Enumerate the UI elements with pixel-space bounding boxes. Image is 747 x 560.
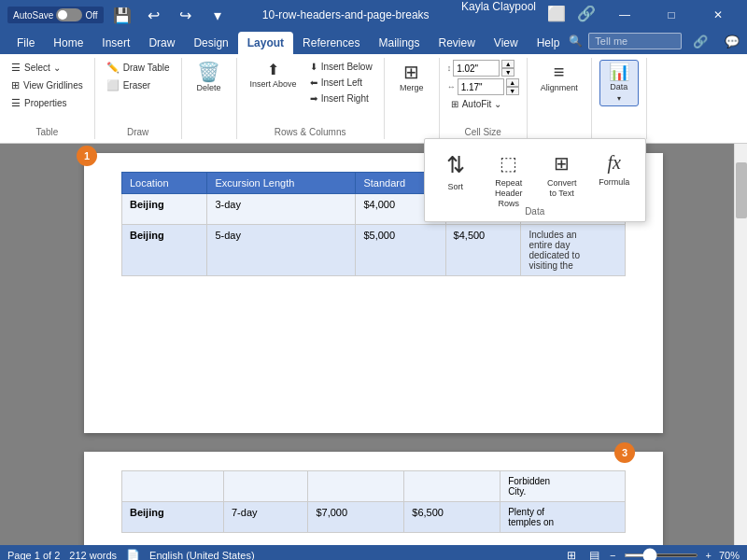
insert-left-icon: ⬅ <box>310 77 317 88</box>
tab-design[interactable]: Design <box>184 32 237 54</box>
table-2: ForbiddenCity. Beijing 7-day $7,000 $6,5… <box>121 470 626 533</box>
tab-home[interactable]: Home <box>44 32 92 54</box>
data-button[interactable]: 📊 Data ▾ <box>599 60 639 106</box>
scroll-thumb[interactable] <box>736 162 747 218</box>
comments-button[interactable]: 💬 <box>719 28 745 54</box>
properties-label: Properties <box>24 98 67 108</box>
tab-mailings[interactable]: Mailings <box>369 32 429 54</box>
ribbon-group-draw: ✏️ Draw Table ⬜ Eraser Draw <box>95 58 182 139</box>
tab-insert[interactable]: Insert <box>92 32 139 54</box>
insert-above-button[interactable]: ⬆ Insert Above <box>245 60 303 92</box>
insert-group-label: Rows & Columns <box>237 127 384 139</box>
share-button[interactable]: 🔗 <box>573 0 599 26</box>
select-button[interactable]: ☰ Select ⌄ <box>7 60 87 76</box>
step-badge-1: 1 <box>77 146 97 166</box>
tab-layout[interactable]: Layout <box>238 32 293 54</box>
page-2: 3 4 ForbiddenCity. Beijing <box>84 452 663 545</box>
insert-above-icon: ⬆ <box>267 63 279 77</box>
insert-left-button[interactable]: ⬅ Insert Left <box>306 76 376 90</box>
delete-group-label <box>182 137 236 139</box>
td2-std-1: $7,000 <box>308 502 404 533</box>
cell-size-inputs: ↕ ▲ ▼ ↔ ▲ ▼ <box>447 60 519 95</box>
insert-right-button[interactable]: ➡ Insert Right <box>306 91 376 105</box>
ribbon-group-delete: 🗑️ Delete <box>182 58 237 139</box>
autosave-button[interactable]: AutoSave Off <box>7 7 104 23</box>
tab-file[interactable]: File <box>7 32 44 54</box>
height-down[interactable]: ▼ <box>501 68 514 77</box>
td2-exc-0 <box>223 471 307 502</box>
td2-loy-0 <box>404 471 500 502</box>
width-down[interactable]: ▼ <box>506 87 519 95</box>
height-spinner[interactable]: ▲ ▼ <box>501 60 514 77</box>
tab-draw[interactable]: Draw <box>139 32 184 54</box>
search-input[interactable] <box>588 33 682 49</box>
share-ribbon-button[interactable]: 🔗 <box>687 28 713 54</box>
tab-references[interactable]: References <box>293 32 369 54</box>
save-icon-button[interactable]: 💾 <box>109 2 135 28</box>
minimize-button[interactable]: — <box>603 0 646 30</box>
td2-desc-1: Plenty oftemples on <box>500 502 626 533</box>
proofing-icon: 📄 <box>126 549 140 560</box>
formula-label: Formula <box>599 177 629 188</box>
table-group-label: Table <box>0 127 94 139</box>
td-location-2: Beijing <box>122 225 207 276</box>
draw-group-col: ✏️ Draw Table ⬜ Eraser <box>103 60 174 106</box>
properties-button[interactable]: ☰ Properties <box>7 95 87 111</box>
draw-group-label: Draw <box>95 127 181 139</box>
maximize-button[interactable]: □ <box>650 0 693 30</box>
read-view-button[interactable]: ▤ <box>586 548 602 560</box>
delete-icon: 🗑️ <box>197 63 220 81</box>
zoom-plus: + <box>706 550 712 560</box>
undo-button[interactable]: ↩ <box>141 2 167 28</box>
close-button[interactable]: ✕ <box>697 0 740 30</box>
autosave-toggle[interactable] <box>56 8 82 21</box>
ribbon-tabs: File Home Insert Draw Design Layout Refe… <box>0 30 747 54</box>
insert-below-label: Insert Below <box>321 62 373 72</box>
td-excursion-2: 5-day <box>207 225 356 276</box>
delete-button[interactable]: 🗑️ Delete <box>190 60 229 96</box>
row-height-input[interactable] <box>453 60 500 77</box>
redo-button[interactable]: ↪ <box>173 2 199 28</box>
scrollbar[interactable] <box>734 144 747 545</box>
select-label: Select ⌄ <box>24 63 61 73</box>
tab-view[interactable]: View <box>485 32 528 54</box>
sort-icon: ⇅ <box>446 152 465 178</box>
ribbon-icon-button[interactable]: ⬜ <box>543 0 570 26</box>
insert-right-label: Insert Right <box>321 93 369 104</box>
repeat-header-icon: ⬚ <box>500 152 517 175</box>
eraser-button[interactable]: ⬜ Eraser <box>103 77 174 93</box>
height-up[interactable]: ▲ <box>501 60 514 68</box>
merge-button[interactable]: ⊞ Merge <box>392 60 431 96</box>
tab-help[interactable]: Help <box>528 32 570 54</box>
td2-desc-0: ForbiddenCity. <box>500 471 626 502</box>
ribbon-group-insert: ⬆ Insert Above ⬇ Insert Below ⬅ Insert L… <box>237 58 385 139</box>
view-gridlines-button[interactable]: ⊞ View Gridlines <box>7 77 87 93</box>
step-badge-3: 3 <box>614 442 635 463</box>
draw-group-content: ✏️ Draw Table ⬜ Eraser <box>103 60 174 137</box>
data-icon: 📊 <box>609 63 629 80</box>
width-up[interactable]: ▲ <box>506 78 519 87</box>
insert-group-content: ⬆ Insert Above ⬇ Insert Below ⬅ Insert L… <box>245 60 376 137</box>
customize-button[interactable]: ▾ <box>204 2 231 28</box>
layout-view-button[interactable]: ⊞ <box>564 548 579 560</box>
alignment-button[interactable]: ≡ Alignment <box>535 60 584 96</box>
col-width-input[interactable] <box>458 78 504 95</box>
td2-loc-1: Beijing <box>122 502 224 533</box>
autofit-button[interactable]: ⊞ AutoFit ⌄ <box>447 97 519 111</box>
zoom-slider[interactable] <box>624 553 698 557</box>
td-location-1: Beijing <box>122 194 207 225</box>
width-row: ↔ ▲ ▼ <box>447 78 519 95</box>
word-count: 212 words <box>69 550 117 560</box>
insert-left-label: Insert Left <box>321 77 362 88</box>
merge-label: Merge <box>400 83 424 93</box>
insert-below-button[interactable]: ⬇ Insert Below <box>306 60 376 74</box>
th-excursion: Excursion Length <box>207 173 356 194</box>
autofit-icon: ⊞ <box>451 99 458 109</box>
draw-table-button[interactable]: ✏️ Draw Table <box>103 60 174 76</box>
alignment-group-content: ≡ Alignment <box>535 60 584 137</box>
tab-review[interactable]: Review <box>429 32 484 54</box>
user-name: Kayla Claypool <box>461 0 536 30</box>
delete-label: Delete <box>197 83 221 93</box>
height-row: ↕ ▲ ▼ <box>447 60 519 77</box>
width-spinner[interactable]: ▲ ▼ <box>506 78 519 95</box>
